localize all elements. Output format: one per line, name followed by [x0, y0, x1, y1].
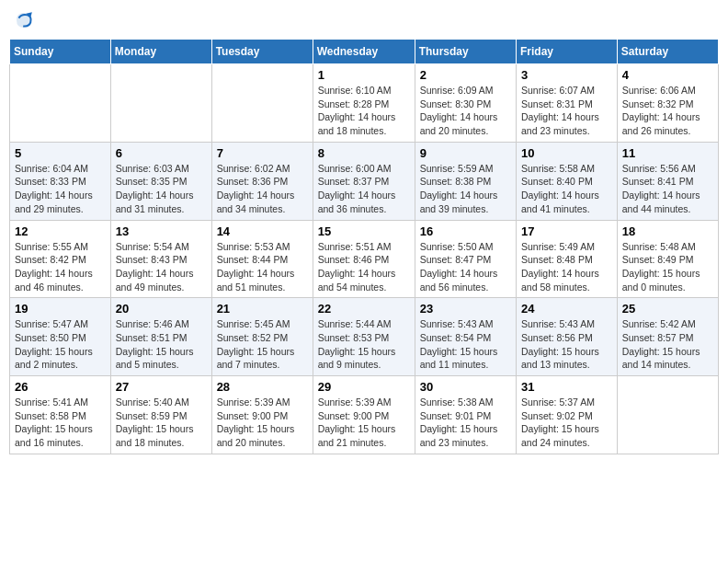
day-number: 21: [217, 302, 308, 316]
day-info: Sunrise: 5:47 AM Sunset: 8:50 PM Dayligh…: [15, 317, 106, 372]
calendar-cell: 19Sunrise: 5:47 AM Sunset: 8:50 PM Dayli…: [10, 298, 111, 376]
day-info: Sunrise: 6:02 AM Sunset: 8:36 PM Dayligh…: [217, 162, 308, 216]
calendar-week-row: 26Sunrise: 5:41 AM Sunset: 8:58 PM Dayli…: [10, 376, 719, 454]
day-number: 13: [116, 224, 207, 238]
day-number: 18: [622, 224, 713, 238]
calendar-cell: [10, 64, 111, 143]
day-info: Sunrise: 5:53 AM Sunset: 8:44 PM Dayligh…: [217, 240, 308, 294]
calendar-cell: [211, 64, 313, 143]
day-number: 11: [622, 146, 713, 160]
calendar-cell: 26Sunrise: 5:41 AM Sunset: 8:58 PM Dayli…: [10, 376, 111, 454]
day-info: Sunrise: 5:44 AM Sunset: 8:53 PM Dayligh…: [318, 317, 410, 372]
day-number: 29: [318, 380, 410, 394]
calendar-cell: 20Sunrise: 5:46 AM Sunset: 8:51 PM Dayli…: [110, 298, 211, 376]
calendar-cell: 15Sunrise: 5:51 AM Sunset: 8:46 PM Dayli…: [313, 220, 415, 298]
day-info: Sunrise: 5:59 AM Sunset: 8:38 PM Dayligh…: [420, 162, 511, 216]
day-number: 12: [15, 224, 106, 238]
day-info: Sunrise: 5:51 AM Sunset: 8:46 PM Dayligh…: [318, 240, 410, 294]
day-info: Sunrise: 5:55 AM Sunset: 8:42 PM Dayligh…: [15, 240, 106, 294]
day-number: 27: [116, 380, 207, 394]
calendar-cell: 27Sunrise: 5:40 AM Sunset: 8:59 PM Dayli…: [110, 376, 211, 454]
logo-icon: [13, 9, 35, 31]
day-number: 7: [217, 146, 308, 160]
day-number: 5: [15, 146, 106, 160]
calendar-cell: [617, 376, 718, 454]
calendar-cell: 14Sunrise: 5:53 AM Sunset: 8:44 PM Dayli…: [211, 220, 313, 298]
day-number: 19: [15, 302, 106, 316]
calendar-cell: 18Sunrise: 5:48 AM Sunset: 8:49 PM Dayli…: [617, 220, 718, 298]
calendar-cell: 1Sunrise: 6:10 AM Sunset: 8:28 PM Daylig…: [313, 64, 415, 143]
calendar-week-row: 19Sunrise: 5:47 AM Sunset: 8:50 PM Dayli…: [10, 298, 719, 376]
calendar-week-row: 12Sunrise: 5:55 AM Sunset: 8:42 PM Dayli…: [10, 220, 719, 298]
calendar-cell: 28Sunrise: 5:39 AM Sunset: 9:00 PM Dayli…: [211, 376, 313, 454]
day-number: 25: [622, 302, 713, 316]
day-number: 15: [318, 224, 410, 238]
column-header-monday: Monday: [110, 40, 211, 64]
column-header-wednesday: Wednesday: [313, 40, 415, 64]
day-number: 20: [116, 302, 207, 316]
calendar-cell: 13Sunrise: 5:54 AM Sunset: 8:43 PM Dayli…: [110, 220, 211, 298]
calendar-cell: 12Sunrise: 5:55 AM Sunset: 8:42 PM Dayli…: [10, 220, 111, 298]
day-number: 28: [217, 380, 308, 394]
day-info: Sunrise: 5:48 AM Sunset: 8:49 PM Dayligh…: [622, 240, 713, 294]
column-header-sunday: Sunday: [10, 40, 111, 64]
day-info: Sunrise: 6:04 AM Sunset: 8:33 PM Dayligh…: [15, 162, 106, 216]
day-number: 6: [116, 146, 207, 160]
day-info: Sunrise: 5:49 AM Sunset: 8:48 PM Dayligh…: [521, 240, 612, 294]
calendar-week-row: 5Sunrise: 6:04 AM Sunset: 8:33 PM Daylig…: [10, 142, 719, 220]
calendar-cell: 17Sunrise: 5:49 AM Sunset: 8:48 PM Dayli…: [517, 220, 618, 298]
day-number: 16: [420, 224, 511, 238]
calendar-cell: 9Sunrise: 5:59 AM Sunset: 8:38 PM Daylig…: [415, 142, 516, 220]
day-number: 10: [521, 146, 612, 160]
calendar-cell: 22Sunrise: 5:44 AM Sunset: 8:53 PM Dayli…: [313, 298, 415, 376]
column-header-friday: Friday: [517, 40, 618, 64]
calendar-cell: 7Sunrise: 6:02 AM Sunset: 8:36 PM Daylig…: [211, 142, 313, 220]
page-header: [9, 9, 719, 31]
calendar-cell: 25Sunrise: 5:42 AM Sunset: 8:57 PM Dayli…: [617, 298, 718, 376]
calendar-cell: 8Sunrise: 6:00 AM Sunset: 8:37 PM Daylig…: [313, 142, 415, 220]
day-number: 24: [521, 302, 612, 316]
day-number: 30: [420, 380, 511, 394]
day-info: Sunrise: 6:06 AM Sunset: 8:32 PM Dayligh…: [622, 84, 713, 138]
day-number: 31: [521, 380, 612, 394]
calendar-cell: 5Sunrise: 6:04 AM Sunset: 8:33 PM Daylig…: [10, 142, 111, 220]
day-number: 14: [217, 224, 308, 238]
day-info: Sunrise: 5:38 AM Sunset: 9:01 PM Dayligh…: [420, 396, 511, 450]
day-number: 8: [318, 146, 410, 160]
day-info: Sunrise: 5:42 AM Sunset: 8:57 PM Dayligh…: [622, 317, 713, 372]
day-info: Sunrise: 6:00 AM Sunset: 8:37 PM Dayligh…: [318, 162, 410, 216]
calendar-cell: 31Sunrise: 5:37 AM Sunset: 9:02 PM Dayli…: [517, 376, 618, 454]
day-number: 26: [15, 380, 106, 394]
day-info: Sunrise: 5:45 AM Sunset: 8:52 PM Dayligh…: [217, 317, 308, 372]
day-number: 3: [521, 68, 612, 82]
day-info: Sunrise: 5:43 AM Sunset: 8:56 PM Dayligh…: [521, 317, 612, 372]
calendar-cell: 10Sunrise: 5:58 AM Sunset: 8:40 PM Dayli…: [517, 142, 618, 220]
calendar-cell: 30Sunrise: 5:38 AM Sunset: 9:01 PM Dayli…: [415, 376, 516, 454]
column-header-tuesday: Tuesday: [211, 40, 313, 64]
calendar-header-row: SundayMondayTuesdayWednesdayThursdayFrid…: [10, 40, 719, 64]
calendar-cell: 16Sunrise: 5:50 AM Sunset: 8:47 PM Dayli…: [415, 220, 516, 298]
calendar-cell: 29Sunrise: 5:39 AM Sunset: 9:00 PM Dayli…: [313, 376, 415, 454]
column-header-thursday: Thursday: [415, 40, 516, 64]
day-info: Sunrise: 6:09 AM Sunset: 8:30 PM Dayligh…: [420, 84, 511, 138]
calendar-cell: 11Sunrise: 5:56 AM Sunset: 8:41 PM Dayli…: [617, 142, 718, 220]
day-info: Sunrise: 5:46 AM Sunset: 8:51 PM Dayligh…: [116, 317, 207, 372]
day-number: 2: [420, 68, 511, 82]
day-info: Sunrise: 5:56 AM Sunset: 8:41 PM Dayligh…: [622, 162, 713, 216]
day-info: Sunrise: 5:54 AM Sunset: 8:43 PM Dayligh…: [116, 240, 207, 294]
logo: [13, 9, 39, 31]
day-number: 23: [420, 302, 511, 316]
day-info: Sunrise: 5:50 AM Sunset: 8:47 PM Dayligh…: [420, 240, 511, 294]
calendar-cell: 3Sunrise: 6:07 AM Sunset: 8:31 PM Daylig…: [517, 64, 618, 143]
calendar-cell: 2Sunrise: 6:09 AM Sunset: 8:30 PM Daylig…: [415, 64, 516, 143]
calendar-cell: 4Sunrise: 6:06 AM Sunset: 8:32 PM Daylig…: [617, 64, 718, 143]
calendar-cell: 6Sunrise: 6:03 AM Sunset: 8:35 PM Daylig…: [110, 142, 211, 220]
day-info: Sunrise: 5:43 AM Sunset: 8:54 PM Dayligh…: [420, 317, 511, 372]
calendar-cell: 21Sunrise: 5:45 AM Sunset: 8:52 PM Dayli…: [211, 298, 313, 376]
day-info: Sunrise: 5:39 AM Sunset: 9:00 PM Dayligh…: [217, 396, 308, 450]
day-number: 4: [622, 68, 713, 82]
day-info: Sunrise: 5:39 AM Sunset: 9:00 PM Dayligh…: [318, 396, 410, 450]
day-number: 22: [318, 302, 410, 316]
column-header-saturday: Saturday: [617, 40, 718, 64]
calendar-week-row: 1Sunrise: 6:10 AM Sunset: 8:28 PM Daylig…: [10, 64, 719, 143]
